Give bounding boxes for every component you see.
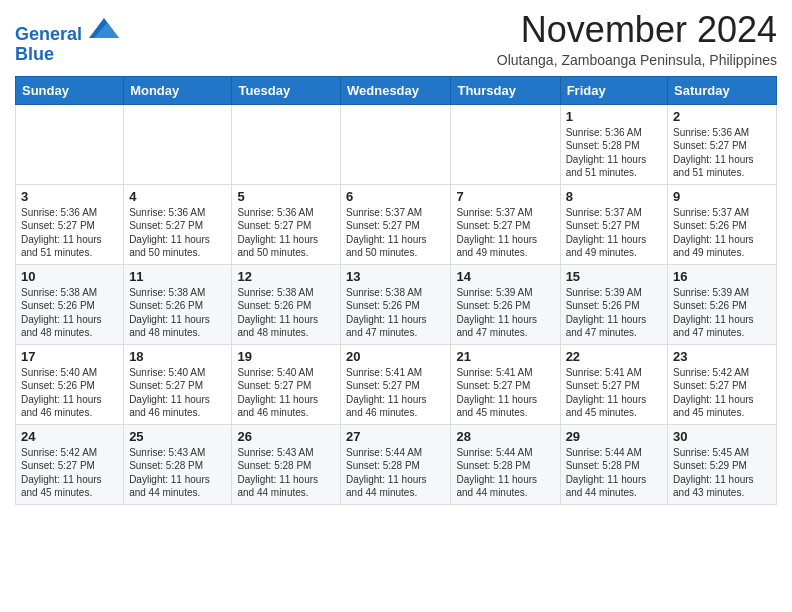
- day-info: Sunrise: 5:41 AM Sunset: 5:27 PM Dayligh…: [346, 366, 445, 420]
- day-info: Sunrise: 5:36 AM Sunset: 5:27 PM Dayligh…: [673, 126, 771, 180]
- calendar-cell: 9Sunrise: 5:37 AM Sunset: 5:26 PM Daylig…: [668, 184, 777, 264]
- day-info: Sunrise: 5:44 AM Sunset: 5:28 PM Dayligh…: [566, 446, 662, 500]
- day-number: 1: [566, 109, 662, 124]
- day-info: Sunrise: 5:42 AM Sunset: 5:27 PM Dayligh…: [21, 446, 118, 500]
- calendar-cell: 20Sunrise: 5:41 AM Sunset: 5:27 PM Dayli…: [341, 344, 451, 424]
- day-info: Sunrise: 5:38 AM Sunset: 5:26 PM Dayligh…: [21, 286, 118, 340]
- calendar-cell: 29Sunrise: 5:44 AM Sunset: 5:28 PM Dayli…: [560, 424, 667, 504]
- calendar-week-1: 1Sunrise: 5:36 AM Sunset: 5:28 PM Daylig…: [16, 104, 777, 184]
- day-number: 21: [456, 349, 554, 364]
- day-info: Sunrise: 5:41 AM Sunset: 5:27 PM Dayligh…: [456, 366, 554, 420]
- calendar-cell: 27Sunrise: 5:44 AM Sunset: 5:28 PM Dayli…: [341, 424, 451, 504]
- day-info: Sunrise: 5:45 AM Sunset: 5:29 PM Dayligh…: [673, 446, 771, 500]
- day-info: Sunrise: 5:44 AM Sunset: 5:28 PM Dayligh…: [456, 446, 554, 500]
- day-info: Sunrise: 5:40 AM Sunset: 5:27 PM Dayligh…: [129, 366, 226, 420]
- day-info: Sunrise: 5:36 AM Sunset: 5:27 PM Dayligh…: [21, 206, 118, 260]
- calendar-cell: [341, 104, 451, 184]
- day-number: 5: [237, 189, 335, 204]
- calendar-cell: 13Sunrise: 5:38 AM Sunset: 5:26 PM Dayli…: [341, 264, 451, 344]
- calendar-cell: 14Sunrise: 5:39 AM Sunset: 5:26 PM Dayli…: [451, 264, 560, 344]
- calendar-cell: 11Sunrise: 5:38 AM Sunset: 5:26 PM Dayli…: [124, 264, 232, 344]
- weekday-header-tuesday: Tuesday: [232, 76, 341, 104]
- day-number: 10: [21, 269, 118, 284]
- day-number: 3: [21, 189, 118, 204]
- calendar-cell: 8Sunrise: 5:37 AM Sunset: 5:27 PM Daylig…: [560, 184, 667, 264]
- calendar-cell: 15Sunrise: 5:39 AM Sunset: 5:26 PM Dayli…: [560, 264, 667, 344]
- day-number: 4: [129, 189, 226, 204]
- title-block: November 2024 Olutanga, Zamboanga Penins…: [497, 10, 777, 68]
- day-number: 20: [346, 349, 445, 364]
- calendar-cell: 10Sunrise: 5:38 AM Sunset: 5:26 PM Dayli…: [16, 264, 124, 344]
- calendar-cell: 18Sunrise: 5:40 AM Sunset: 5:27 PM Dayli…: [124, 344, 232, 424]
- day-info: Sunrise: 5:38 AM Sunset: 5:26 PM Dayligh…: [346, 286, 445, 340]
- calendar-cell: 6Sunrise: 5:37 AM Sunset: 5:27 PM Daylig…: [341, 184, 451, 264]
- calendar-cell: 2Sunrise: 5:36 AM Sunset: 5:27 PM Daylig…: [668, 104, 777, 184]
- day-number: 8: [566, 189, 662, 204]
- day-number: 12: [237, 269, 335, 284]
- day-number: 30: [673, 429, 771, 444]
- day-info: Sunrise: 5:36 AM Sunset: 5:28 PM Dayligh…: [566, 126, 662, 180]
- page-header: General Blue November 2024 Olutanga, Zam…: [15, 10, 777, 68]
- day-number: 9: [673, 189, 771, 204]
- calendar-cell: [124, 104, 232, 184]
- calendar-cell: 24Sunrise: 5:42 AM Sunset: 5:27 PM Dayli…: [16, 424, 124, 504]
- calendar-cell: 1Sunrise: 5:36 AM Sunset: 5:28 PM Daylig…: [560, 104, 667, 184]
- day-number: 29: [566, 429, 662, 444]
- logo-general: General: [15, 24, 82, 44]
- calendar-cell: 30Sunrise: 5:45 AM Sunset: 5:29 PM Dayli…: [668, 424, 777, 504]
- day-info: Sunrise: 5:36 AM Sunset: 5:27 PM Dayligh…: [129, 206, 226, 260]
- logo: General Blue: [15, 18, 119, 65]
- day-number: 27: [346, 429, 445, 444]
- calendar-cell: 19Sunrise: 5:40 AM Sunset: 5:27 PM Dayli…: [232, 344, 341, 424]
- day-info: Sunrise: 5:37 AM Sunset: 5:27 PM Dayligh…: [566, 206, 662, 260]
- weekday-header-thursday: Thursday: [451, 76, 560, 104]
- day-number: 22: [566, 349, 662, 364]
- weekday-header-sunday: Sunday: [16, 76, 124, 104]
- day-info: Sunrise: 5:39 AM Sunset: 5:26 PM Dayligh…: [456, 286, 554, 340]
- day-info: Sunrise: 5:40 AM Sunset: 5:27 PM Dayligh…: [237, 366, 335, 420]
- calendar-cell: 4Sunrise: 5:36 AM Sunset: 5:27 PM Daylig…: [124, 184, 232, 264]
- day-info: Sunrise: 5:40 AM Sunset: 5:26 PM Dayligh…: [21, 366, 118, 420]
- calendar-week-3: 10Sunrise: 5:38 AM Sunset: 5:26 PM Dayli…: [16, 264, 777, 344]
- day-number: 24: [21, 429, 118, 444]
- calendar-body: 1Sunrise: 5:36 AM Sunset: 5:28 PM Daylig…: [16, 104, 777, 504]
- day-info: Sunrise: 5:44 AM Sunset: 5:28 PM Dayligh…: [346, 446, 445, 500]
- calendar-cell: [232, 104, 341, 184]
- logo-blue: Blue: [15, 45, 119, 65]
- calendar-table: SundayMondayTuesdayWednesdayThursdayFrid…: [15, 76, 777, 505]
- day-info: Sunrise: 5:43 AM Sunset: 5:28 PM Dayligh…: [129, 446, 226, 500]
- logo-text: General: [15, 18, 119, 45]
- day-number: 25: [129, 429, 226, 444]
- calendar-cell: 3Sunrise: 5:36 AM Sunset: 5:27 PM Daylig…: [16, 184, 124, 264]
- location-subtitle: Olutanga, Zamboanga Peninsula, Philippin…: [497, 52, 777, 68]
- day-info: Sunrise: 5:41 AM Sunset: 5:27 PM Dayligh…: [566, 366, 662, 420]
- weekday-header-friday: Friday: [560, 76, 667, 104]
- day-number: 7: [456, 189, 554, 204]
- weekday-header-wednesday: Wednesday: [341, 76, 451, 104]
- calendar-cell: 21Sunrise: 5:41 AM Sunset: 5:27 PM Dayli…: [451, 344, 560, 424]
- day-number: 14: [456, 269, 554, 284]
- day-number: 6: [346, 189, 445, 204]
- calendar-cell: 7Sunrise: 5:37 AM Sunset: 5:27 PM Daylig…: [451, 184, 560, 264]
- calendar-cell: 26Sunrise: 5:43 AM Sunset: 5:28 PM Dayli…: [232, 424, 341, 504]
- day-number: 28: [456, 429, 554, 444]
- weekday-row: SundayMondayTuesdayWednesdayThursdayFrid…: [16, 76, 777, 104]
- calendar-header: SundayMondayTuesdayWednesdayThursdayFrid…: [16, 76, 777, 104]
- logo-icon: [89, 16, 119, 40]
- calendar-cell: 22Sunrise: 5:41 AM Sunset: 5:27 PM Dayli…: [560, 344, 667, 424]
- day-number: 15: [566, 269, 662, 284]
- day-number: 11: [129, 269, 226, 284]
- day-number: 16: [673, 269, 771, 284]
- month-title: November 2024: [497, 10, 777, 50]
- calendar-week-4: 17Sunrise: 5:40 AM Sunset: 5:26 PM Dayli…: [16, 344, 777, 424]
- day-info: Sunrise: 5:39 AM Sunset: 5:26 PM Dayligh…: [673, 286, 771, 340]
- calendar-week-5: 24Sunrise: 5:42 AM Sunset: 5:27 PM Dayli…: [16, 424, 777, 504]
- calendar-cell: [16, 104, 124, 184]
- day-number: 19: [237, 349, 335, 364]
- day-info: Sunrise: 5:36 AM Sunset: 5:27 PM Dayligh…: [237, 206, 335, 260]
- day-number: 26: [237, 429, 335, 444]
- calendar-cell: 23Sunrise: 5:42 AM Sunset: 5:27 PM Dayli…: [668, 344, 777, 424]
- day-number: 2: [673, 109, 771, 124]
- calendar-cell: 17Sunrise: 5:40 AM Sunset: 5:26 PM Dayli…: [16, 344, 124, 424]
- day-number: 13: [346, 269, 445, 284]
